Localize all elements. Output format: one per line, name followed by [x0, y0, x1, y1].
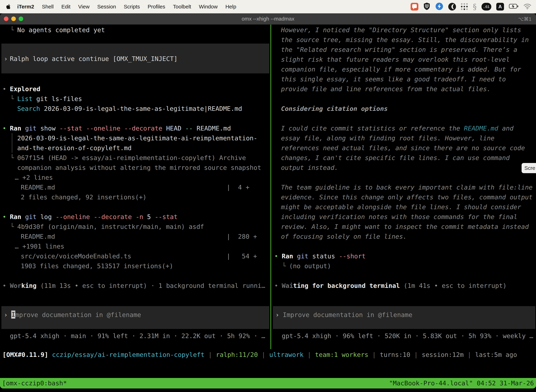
- reasoning-heading: Considering citation options: [281, 105, 388, 112]
- reasoning-line: the source tree, missing the essay. Stil…: [281, 36, 529, 44]
- explored-list-line: List git ls-files: [17, 95, 82, 103]
- ran-git-show-command: Ran git show --stat --oneline --decorate…: [10, 124, 231, 132]
- tree-glyph: └: [10, 26, 14, 34]
- log-output-ellipsis: … +1901 lines: [15, 242, 64, 250]
- working-bullet: •: [2, 282, 6, 289]
- left-prompt-placeholder[interactable]: mprove documentation in @filename: [15, 311, 141, 319]
- log-output-stat: src/voice/voiceModeEnabled.ts | 54 +: [21, 252, 257, 260]
- menu-item-iterm2[interactable]: iTerm2: [17, 4, 34, 10]
- menu-item-profiles[interactable]: Profiles: [148, 4, 165, 10]
- menu-item-scripts[interactable]: Scripts: [124, 4, 140, 10]
- reasoning-line: the "Related research writing" section i…: [281, 46, 517, 54]
- ran-status-bullet: •: [274, 252, 278, 260]
- show-output-line: 2026-03-09-is-legal-the-same-as-legitima…: [17, 134, 257, 142]
- ralph-chevron: ›: [4, 55, 8, 63]
- show-output-line: 067f154 (HEAD -> essay/ai-reimplementati…: [17, 154, 246, 162]
- reasoning-line: this single essay, it seems like a good …: [281, 75, 506, 83]
- right-model-status-line: gpt-5.4 xhigh · 96% left · 520K in · 5.8…: [282, 332, 533, 340]
- pane-divider[interactable]: [270, 25, 271, 349]
- ran-git-status-command: Ran git status --short: [282, 252, 366, 260]
- reasoning-line: The team guideline is to back every impo…: [281, 183, 532, 191]
- chat-app-icon[interactable]: [411, 3, 418, 10]
- show-output-line: and-the-erosion-of-copyleft.md: [17, 144, 132, 152]
- text-cursor: I: [11, 311, 15, 319]
- wifi-icon[interactable]: [523, 3, 531, 10]
- explored-bullet: •: [2, 85, 6, 93]
- reasoning-line: provide file and line references from th…: [281, 85, 491, 93]
- reasoning-line: of focusing solely on file lines.: [281, 233, 407, 240]
- right-prompt-placeholder[interactable]: Improve documentation in @filename: [283, 311, 412, 319]
- ran-show-bullet: •: [2, 124, 6, 132]
- reasoning-line: evidence. Since this change only affects…: [281, 193, 532, 201]
- menu-item-shell[interactable]: Shell: [42, 4, 54, 10]
- show-output-stat: README.md | 4 +: [21, 183, 249, 191]
- reasoning-line: references need actual files, and since …: [281, 144, 525, 152]
- show-output-ellipsis: … +2 lines: [15, 173, 53, 182]
- show-output-line: companion analysis without altering the …: [17, 164, 261, 172]
- ralph-loop-text: Ralph loop active continue [OMX_TMUX_INJ…: [10, 55, 178, 63]
- explored-search-line: Search 2026-03-09-is-legal-the-same-as-l…: [17, 105, 242, 112]
- omx-status-bar: [OMX#0.11.9] cczip/essay/ai-reimplementa…: [2, 351, 517, 359]
- log-output-stat: README.md | 280 +: [21, 233, 257, 240]
- left-model-status-line: gpt-5.4 xhigh · main · 91% left · 2.31M …: [10, 332, 265, 340]
- window-shortcut-badge: ⌥⌘1: [518, 16, 531, 22]
- menu-item-session[interactable]: Session: [97, 4, 116, 10]
- menu-item-edit[interactable]: Edit: [61, 4, 71, 10]
- battery-percent-badge-icon[interactable]: ..61: [482, 3, 491, 10]
- tmux-session-label: [omx-cczip0:bash*: [2, 378, 67, 388]
- reasoning-line: However, I noticed the "Directory Struct…: [281, 26, 521, 34]
- s-curl-icon[interactable]: §: [473, 2, 477, 11]
- terminal-content: └ No agents completed yet › Ralph loop a…: [0, 25, 536, 392]
- explored-title: Explored: [10, 85, 40, 93]
- ran-git-log-command: Ran git log --oneline --decorate -n 5 --…: [10, 213, 178, 221]
- bolt-badge-icon[interactable]: [435, 2, 443, 11]
- reasoning-line: including verification notes with those …: [281, 213, 517, 221]
- show-output-summary: 2 files changed, 92 insertions(+): [21, 193, 147, 201]
- log-output-summary: 1903 files changed, 513517 insertions(+): [21, 262, 173, 270]
- waiting-status-line: Waiting for background terminal (1m 41s …: [282, 282, 507, 289]
- right-prompt-chevron: ›: [275, 311, 279, 319]
- no-output-line: (no output): [289, 262, 331, 270]
- shield-icon[interactable]: [423, 2, 430, 11]
- tmux-host-clock: "MacBook-Pro-44.local" 04:52 31-Mar-26: [389, 378, 534, 388]
- battery-icon[interactable]: [509, 4, 518, 9]
- reasoning-line: I could cite commit statistics or refere…: [281, 124, 513, 132]
- tree-glyph: └: [10, 154, 14, 162]
- menu-item-view[interactable]: View: [78, 4, 90, 10]
- tree-glyph: └: [10, 95, 14, 103]
- log-output-line: 4b9d30f (origin/main, instructkr/main, m…: [17, 223, 204, 231]
- waiting-bullet: •: [274, 282, 278, 289]
- crescent-app-icon[interactable]: [448, 3, 456, 10]
- reasoning-line: might be acceptable alongside the file l…: [281, 203, 521, 211]
- macos-menu-bar: iTerm2 Shell Edit View Session Scripts P…: [0, 0, 536, 13]
- desktop: iTerm2 Shell Edit View Session Scripts P…: [0, 0, 536, 392]
- tree-glyph: └: [10, 223, 14, 231]
- reasoning-line: companion file, especially if more comme…: [281, 65, 521, 73]
- reasoning-line: changes, I can't cite specific file line…: [281, 154, 510, 162]
- window-title-bar: omx --xhigh --madmax ⌥⌘1: [0, 13, 536, 25]
- window-title: omx --xhigh --madmax: [0, 16, 536, 22]
- reasoning-line: essay file, along with finding root file…: [281, 134, 494, 142]
- ran-log-bullet: •: [2, 213, 6, 221]
- agents-note: No agents completed yet: [17, 26, 105, 34]
- apple-logo-icon[interactable]: [6, 4, 10, 9]
- menu-item-help[interactable]: Help: [225, 4, 236, 10]
- reasoning-line: review. Also, I might want to inspect th…: [281, 223, 529, 231]
- menu-item-window[interactable]: Window: [199, 4, 218, 10]
- reasoning-line: output instead.: [281, 164, 338, 172]
- left-prompt-chevron: ›: [4, 311, 8, 319]
- menu-item-toolbelt[interactable]: Toolbelt: [173, 4, 191, 10]
- tmux-status-bar: [omx-cczip0:bash* "MacBook-Pro-44.local"…: [0, 378, 536, 388]
- working-status-line: Working (11m 13s • esc to interrupt) · 1…: [10, 282, 265, 289]
- tree-glyph: └: [282, 262, 286, 270]
- screen-share-button[interactable]: Scre: [522, 163, 536, 173]
- a-badge-icon[interactable]: A: [496, 3, 504, 10]
- menu-status-icons: § ..61 A: [411, 0, 531, 13]
- dots-grid-icon[interactable]: [461, 3, 468, 10]
- tree-vertical-line: [12, 133, 12, 153]
- reasoning-line: slight risk that future readers may over…: [281, 56, 510, 63]
